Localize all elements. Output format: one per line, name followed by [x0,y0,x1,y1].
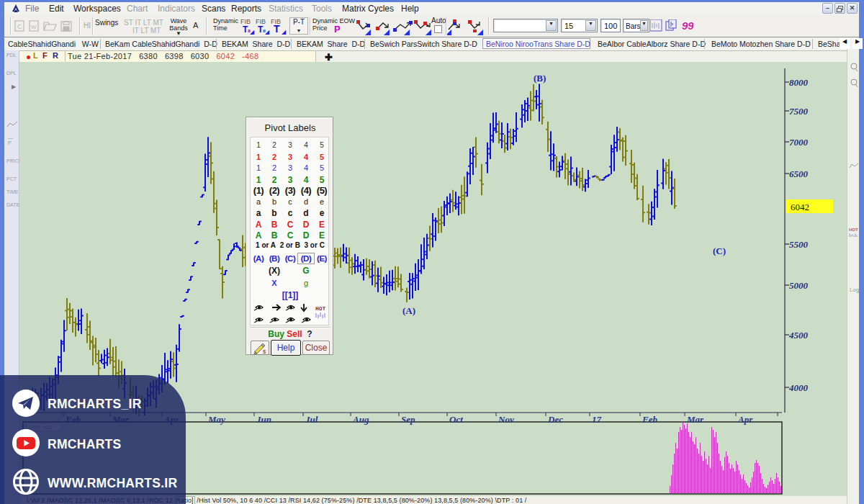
svg-text:99: 99 [682,19,693,32]
svg-text:$: $ [263,348,266,354]
svg-text:W: W [31,24,37,30]
svg-text:C: C [17,23,22,30]
svg-text:HOT: HOT [315,305,326,312]
